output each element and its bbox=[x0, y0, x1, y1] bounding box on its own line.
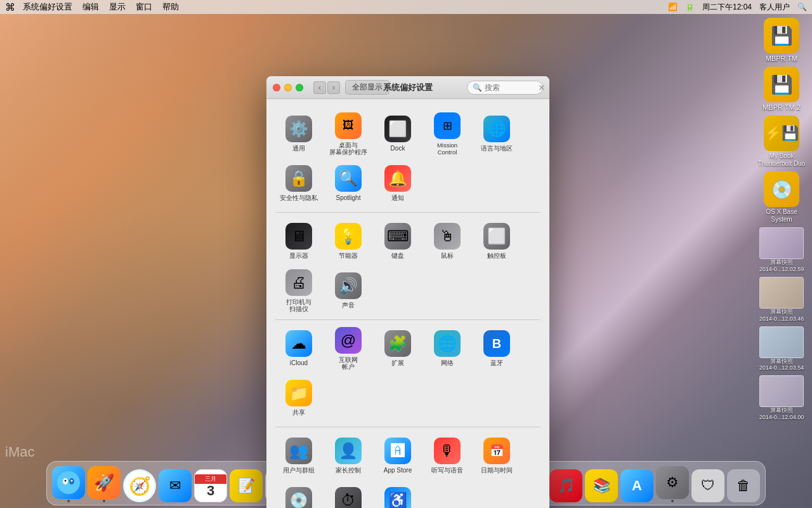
menu-edit[interactable]: 编辑 bbox=[82, 1, 99, 13]
sharing-label: 共享 bbox=[292, 409, 305, 417]
dock-item-calendar[interactable]: 三月 3 bbox=[194, 469, 227, 502]
sound-label: 声音 bbox=[342, 302, 355, 309]
pref-accessibility[interactable]: ♿ 辅助功能 bbox=[374, 482, 421, 508]
section-hardware: 🖥 显示器 💡 节能器 ⌨ 键盘 🖱 鼠标 ⬜ 触控板 bbox=[275, 213, 540, 320]
dock-item-trash[interactable]: 🗑 bbox=[727, 469, 760, 502]
menubar: ⌘ 系统偏好设置 编辑 显示 窗口 帮助 📶 🔋 周二下午12:04 客人用户 … bbox=[0, 0, 812, 14]
bluetooth-icon: B bbox=[483, 330, 510, 357]
search-icon: 🔍 bbox=[473, 83, 482, 92]
pref-internet[interactable]: @ 互联网帐户 bbox=[325, 325, 372, 372]
dock-item-itunes[interactable]: 🎵 bbox=[549, 469, 582, 502]
dock-item-finder[interactable] bbox=[52, 466, 85, 502]
dock-item-appstore[interactable]: A bbox=[620, 469, 653, 502]
desktop-icon-label3: My BookThunderbolt Duo bbox=[758, 152, 806, 168]
trackpad-label: 触控板 bbox=[487, 252, 506, 260]
network-icon: 🌐 bbox=[434, 330, 461, 357]
pref-sharing[interactable]: 📁 共享 bbox=[275, 375, 322, 422]
dock-item-notes[interactable]: 📝 bbox=[230, 469, 263, 502]
mac-logo: iMac bbox=[5, 444, 34, 460]
minimize-button[interactable] bbox=[284, 84, 292, 91]
desktop-icon-mbpr-tm[interactable]: 💾 MBPR TM bbox=[756, 18, 807, 63]
pref-display[interactable]: 🖥 显示器 bbox=[275, 218, 322, 265]
pref-general[interactable]: ⚙️ 通用 bbox=[275, 110, 322, 157]
appstore-dock-icon: A bbox=[620, 469, 653, 502]
pref-dictation[interactable]: 🎙 听写与语音 bbox=[424, 432, 471, 479]
mission-label: MissionControl bbox=[437, 142, 457, 156]
parental-icon: 👤 bbox=[335, 438, 362, 464]
svg-point-3 bbox=[65, 480, 67, 482]
pref-bluetooth[interactable]: B 蓝牙 bbox=[473, 325, 520, 372]
screenshot-thumb-1[interactable]: 屏幕快照2014-0...12.02.59 bbox=[756, 227, 807, 273]
desktop-icon-mybook[interactable]: ⚡💾 My BookThunderbolt Duo bbox=[756, 116, 807, 168]
back-button[interactable]: ‹ bbox=[313, 81, 326, 94]
pref-keyboard[interactable]: ⌨ 键盘 bbox=[374, 218, 421, 265]
dock-item-syspref[interactable]: ⚙ bbox=[656, 466, 689, 502]
menu-help[interactable]: 帮助 bbox=[162, 1, 179, 13]
pref-mission[interactable]: ⊞ MissionControl bbox=[424, 110, 471, 157]
pref-security[interactable]: 🔒 安全性与隐私 bbox=[275, 160, 322, 207]
startup-icon: 💿 bbox=[285, 487, 312, 508]
pref-timemachine[interactable]: ⏱ Time Machine bbox=[325, 482, 372, 508]
mail-icon: ✉ bbox=[159, 469, 192, 502]
pref-sound[interactable]: 🔊 声音 bbox=[325, 267, 372, 314]
desktop-icon-mbpr-tm2[interactable]: 💾 MBPR TM 2 bbox=[756, 67, 807, 112]
printer-icon: 🖨 bbox=[285, 269, 312, 296]
dictation-label: 听写与语音 bbox=[431, 467, 463, 474]
screenshot-thumb-4[interactable]: 屏幕快照2014-0...12.04.00 bbox=[756, 375, 807, 421]
menu-window[interactable]: 窗口 bbox=[136, 1, 152, 13]
syspref-window: ‹ › 全部显示 系统偏好设置 🔍 ✕ ⚙️ 通用 🖼 桌面与屏幕保 bbox=[266, 76, 549, 508]
maximize-button[interactable] bbox=[296, 84, 303, 91]
pref-network[interactable]: 🌐 网络 bbox=[424, 325, 471, 372]
pref-users[interactable]: 👥 用户与群组 bbox=[275, 432, 322, 479]
dock-item-mail[interactable]: ✉ bbox=[159, 469, 192, 502]
dock-dot bbox=[671, 500, 674, 502]
pref-language[interactable]: 🌐 语言与地区 bbox=[473, 110, 520, 157]
pref-startup[interactable]: 💿 启动磁盘 bbox=[275, 482, 322, 508]
pref-parental[interactable]: 👤 家长控制 bbox=[325, 432, 372, 479]
apple-menu[interactable]: ⌘ bbox=[5, 1, 15, 13]
pref-spotlight[interactable]: 🔍 Spotlight bbox=[325, 160, 372, 207]
menu-view[interactable]: 显示 bbox=[109, 1, 126, 13]
pref-mouse[interactable]: 🖱 鼠标 bbox=[424, 218, 471, 265]
pref-energy[interactable]: 💡 节能器 bbox=[325, 218, 372, 265]
pref-dock[interactable]: ⬜ Dock bbox=[374, 110, 421, 157]
window-controls bbox=[273, 84, 303, 91]
dock-item-launchpad[interactable]: 🚀 bbox=[88, 466, 121, 502]
pref-printer[interactable]: 🖨 打印机与扫描仪 bbox=[275, 267, 322, 314]
dock-dot bbox=[103, 500, 105, 502]
internet-label: 互联网帐户 bbox=[339, 356, 358, 371]
dock-item-safari[interactable]: 🧭 bbox=[123, 469, 156, 502]
forward-button[interactable]: › bbox=[327, 81, 340, 94]
calendar-icon: 三月 3 bbox=[194, 469, 227, 502]
datetime-icon: 📅 bbox=[483, 438, 510, 464]
window-nav: ‹ › bbox=[313, 81, 340, 94]
security-dock-icon: 🛡 bbox=[691, 469, 724, 502]
desktop-label: 桌面与屏幕保护程序 bbox=[329, 142, 367, 156]
pref-notification[interactable]: 🔔 通知 bbox=[374, 160, 421, 207]
dock-item-ibooks[interactable]: 📚 bbox=[585, 469, 618, 502]
desktop-icon-osxbase[interactable]: 💿 OS X BaseSystem bbox=[756, 171, 807, 224]
wifi-icon[interactable]: 📶 bbox=[668, 3, 678, 11]
pref-appstore[interactable]: 🅰 App Store bbox=[374, 432, 421, 479]
pref-trackpad[interactable]: ⬜ 触控板 bbox=[473, 218, 520, 265]
dock-dot bbox=[67, 500, 70, 502]
pref-icloud[interactable]: ☁ iCloud bbox=[275, 325, 322, 372]
users-icon: 👥 bbox=[285, 438, 312, 464]
search-clear-icon[interactable]: ✕ bbox=[538, 83, 546, 93]
energy-icon: 💡 bbox=[335, 223, 362, 250]
screenshot-thumb-3[interactable]: 屏幕快照2014-0...12.03.54 bbox=[756, 326, 807, 372]
search-input[interactable] bbox=[485, 83, 535, 92]
search-menubar-icon[interactable]: 🔍 bbox=[797, 3, 807, 11]
launchpad-icon: 🚀 bbox=[88, 466, 121, 499]
ibooks-icon: 📚 bbox=[585, 469, 618, 502]
extensions-icon: 🧩 bbox=[384, 330, 411, 357]
pref-datetime[interactable]: 📅 日期与时间 bbox=[473, 432, 520, 479]
pref-extensions[interactable]: 🧩 扩展 bbox=[374, 325, 421, 372]
security-icon: 🔒 bbox=[285, 165, 312, 192]
pref-desktop[interactable]: 🖼 桌面与屏幕保护程序 bbox=[325, 110, 372, 157]
close-button[interactable] bbox=[273, 84, 280, 91]
dock-item-security[interactable]: 🛡 bbox=[691, 469, 724, 502]
screenshot-thumb-2[interactable]: 屏幕快照2014-0...12.03.46 bbox=[756, 277, 807, 323]
menu-syspref[interactable]: 系统偏好设置 bbox=[23, 1, 72, 13]
datetime-label: 日期与时间 bbox=[481, 467, 513, 474]
